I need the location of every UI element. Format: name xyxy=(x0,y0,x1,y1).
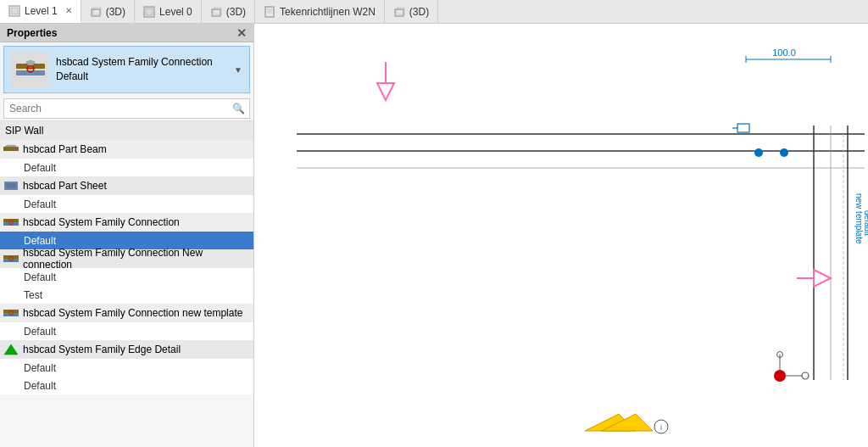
type-item-sfcn-test[interactable]: Test xyxy=(0,286,253,304)
svg-rect-2 xyxy=(92,9,100,16)
svg-text:i: i xyxy=(660,423,662,432)
tab-level1-close[interactable]: ✕ xyxy=(65,6,72,15)
svg-text:100.0: 100.0 xyxy=(772,47,796,58)
system-connection-icon xyxy=(3,216,19,228)
family-header-part-sheet[interactable]: hsbcad Part Sheet xyxy=(0,176,253,195)
type-item-sfed-default2[interactable]: Default xyxy=(0,377,253,394)
properties-close-button[interactable]: ✕ xyxy=(236,26,247,40)
tab-tekenrichtlijnen-label: Tekenrichtlijnen W2N xyxy=(280,6,376,18)
svg-point-47 xyxy=(754,148,763,157)
type-item-sfcn-default[interactable]: Default xyxy=(0,268,253,286)
tab-level1-label: Level 1 xyxy=(25,5,58,17)
svg-rect-15 xyxy=(16,70,45,75)
svg-marker-43 xyxy=(814,270,831,287)
main-area: Properties ✕ hsbcad System Family Connec… xyxy=(0,24,868,447)
3d-view-icon-2 xyxy=(210,6,222,18)
plan-view-icon xyxy=(8,5,20,17)
type-list[interactable]: SIP Wall hsbcad Part Beam Default hsbcad… xyxy=(0,120,253,447)
properties-header: Properties ✕ xyxy=(0,24,253,42)
type-item-sfed-default1[interactable]: Default xyxy=(0,359,253,377)
svg-rect-45 xyxy=(737,124,749,132)
3d-view-icon-3 xyxy=(393,6,405,18)
part-sheet-icon xyxy=(3,180,19,192)
svg-rect-6 xyxy=(212,9,220,16)
search-bar: 🔍 xyxy=(3,98,250,119)
type-item-ps-default[interactable]: Default xyxy=(0,195,253,213)
svg-point-52 xyxy=(802,372,809,379)
tab-3d-2[interactable]: (3D) xyxy=(202,0,255,23)
svg-point-48 xyxy=(780,148,788,157)
tab-level1[interactable]: Level 1 ✕ xyxy=(0,0,81,23)
svg-marker-41 xyxy=(377,83,394,100)
sheet-view-icon xyxy=(264,6,275,18)
type-dropdown-arrow[interactable]: ▼ xyxy=(234,65,242,75)
svg-text:new template: new template xyxy=(854,193,864,244)
search-input[interactable] xyxy=(4,101,228,116)
type-item-pb-default[interactable]: Default xyxy=(0,159,253,176)
properties-title: Properties xyxy=(7,27,57,39)
family-label-system-family-connection: hsbcad System Family Connection xyxy=(23,216,180,228)
svg-rect-8 xyxy=(265,7,274,17)
type-item-sfct-default[interactable]: Default xyxy=(0,322,253,340)
family-header-sip-wall[interactable]: SIP Wall xyxy=(0,121,253,140)
family-header-system-family-connection[interactable]: hsbcad System Family Connection xyxy=(0,213,253,232)
svg-rect-1 xyxy=(11,8,18,14)
family-header-part-beam[interactable]: hsbcad Part Beam xyxy=(0,140,253,159)
tab-level0-label: Level 0 xyxy=(159,6,192,18)
search-icon: 🔍 xyxy=(228,101,249,116)
drawing-canvas: 100.0 new template xyxy=(254,24,868,447)
tab-3d-1[interactable]: (3D) xyxy=(81,0,135,23)
connection-type-icon xyxy=(14,57,47,82)
svg-rect-20 xyxy=(6,183,16,188)
tab-tekenrichtlijnen[interactable]: Tekenrichtlijnen W2N xyxy=(255,0,385,23)
tab-3d-1-label: (3D) xyxy=(106,6,125,18)
svg-rect-5 xyxy=(146,8,153,15)
family-header-edge-detail[interactable]: hsbcad System Family Edge Detail xyxy=(0,340,253,359)
family-header-connection-template[interactable]: hsbcad System Family Connection new temp… xyxy=(0,304,253,322)
3d-view-icon-1 xyxy=(90,6,102,18)
plan-view-icon-2 xyxy=(143,6,155,18)
type-icon-area xyxy=(11,52,49,87)
svg-text:default: default xyxy=(863,210,868,236)
tab-3d-2-label: (3D) xyxy=(226,6,246,18)
tab-3d-3[interactable]: (3D) xyxy=(385,0,438,23)
canvas-area[interactable]: 100.0 new template xyxy=(254,24,868,447)
svg-rect-12 xyxy=(395,9,403,16)
type-name-area: hsbcad System Family Connection Default xyxy=(56,55,227,84)
svg-point-51 xyxy=(774,370,786,382)
family-label-edge-detail: hsbcad System Family Edge Detail xyxy=(23,344,181,355)
family-label-part-sheet: hsbcad Part Sheet xyxy=(23,180,107,192)
svg-marker-30 xyxy=(4,344,18,355)
system-connection-new-icon xyxy=(3,253,19,265)
tab-3d-3-label: (3D) xyxy=(409,6,429,18)
properties-panel: Properties ✕ hsbcad System Family Connec… xyxy=(0,24,254,447)
tab-level0[interactable]: Level 0 xyxy=(135,0,202,23)
family-label-part-beam: hsbcad Part Beam xyxy=(23,143,107,155)
family-label-sip-wall: SIP Wall xyxy=(5,125,43,137)
selected-type-display[interactable]: hsbcad System Family Connection Default … xyxy=(3,46,250,93)
family-header-connection-new[interactable]: hsbcad System Family Connection New conn… xyxy=(0,249,253,268)
edge-detail-icon xyxy=(3,344,19,355)
type-family-name: hsbcad System Family Connection xyxy=(56,55,227,70)
type-subtype-name: Default xyxy=(56,70,227,84)
tab-bar: Level 1 ✕ (3D) Level 0 (3D) Tekenrichtli… xyxy=(0,0,868,24)
svg-rect-18 xyxy=(3,147,19,151)
family-label-connection-template: hsbcad System Family Connection new temp… xyxy=(23,307,242,319)
part-beam-icon xyxy=(3,143,19,155)
family-label-connection-new: hsbcad System Family Connection New conn… xyxy=(23,247,248,271)
system-connection-template-icon xyxy=(3,307,19,319)
